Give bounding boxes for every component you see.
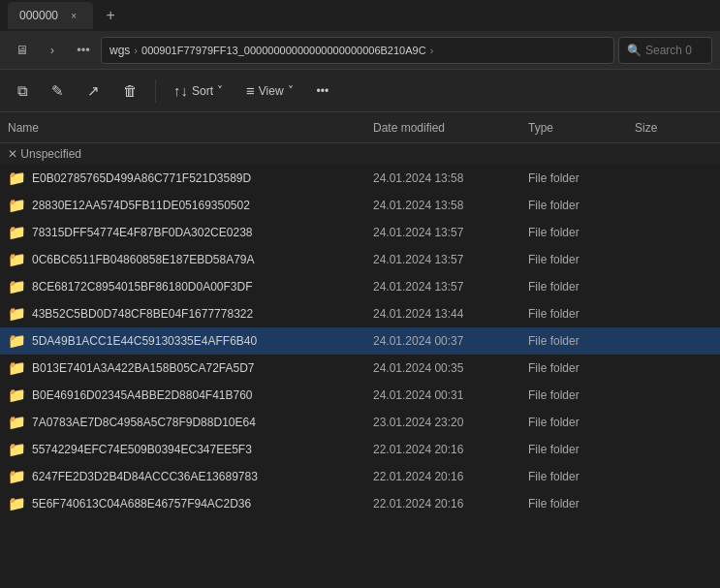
delete-button[interactable]: 🗑 — [113, 76, 147, 107]
list-header: Name Date modified Type Size — [0, 112, 720, 143]
type-cell: File folder — [528, 199, 635, 212]
monitor-icon: 🖥 — [16, 43, 28, 57]
type-cell: File folder — [528, 334, 635, 348]
file-name-text: 28830E12AA574D5FB11DE05169350502 — [32, 199, 250, 212]
sort-icon: ↑↓ — [173, 82, 188, 99]
date-cell: 24.01.2024 13:58 — [373, 171, 528, 185]
header-size[interactable]: Size — [635, 121, 712, 135]
new-tab-button[interactable]: + — [97, 2, 124, 29]
view-button[interactable]: ≡ View ˅ — [236, 76, 303, 107]
address-bar: 🖥 › ••• wgs › 000901F77979FF13_000000000… — [0, 31, 720, 70]
address-path[interactable]: wgs › 000901F77979FF13_00000000000000000… — [101, 37, 614, 64]
file-name-cell: 📁 55742294EFC74E509B0394EC347EE5F3 — [8, 441, 373, 458]
folder-icon: 📁 — [8, 332, 26, 350]
file-name-cell: 📁 E0B02785765D499A86C771F521D3589D — [8, 170, 373, 187]
date-cell: 24.01.2024 13:44 — [373, 307, 528, 321]
table-row[interactable]: 📁 5E6F740613C04A688E46757F94AC2D36 22.01… — [0, 490, 720, 517]
date-cell: 24.01.2024 13:57 — [373, 253, 528, 266]
tab-close-button[interactable]: × — [66, 8, 81, 23]
file-name-cell: 📁 0C6BC6511FB04860858E187EBD58A79A — [8, 251, 373, 268]
table-row[interactable]: 📁 55742294EFC74E509B0394EC347EE5F3 22.01… — [0, 436, 720, 463]
type-cell: File folder — [528, 307, 635, 321]
more-button[interactable]: ••• — [70, 37, 97, 64]
table-row[interactable]: 📁 6247FE2D3D2B4D84ACCC36AE13689783 22.01… — [0, 463, 720, 490]
table-row[interactable]: 📁 0C6BC6511FB04860858E187EBD58A79A 24.01… — [0, 246, 720, 273]
file-name-cell: 📁 7A0783AE7D8C4958A5C78F9D88D10E64 — [8, 414, 373, 431]
table-row[interactable]: 📁 B013E7401A3A422BA158B05CA72FA5D7 24.01… — [0, 355, 720, 382]
copy-button[interactable]: ⧉ — [8, 76, 38, 107]
type-cell: File folder — [528, 416, 635, 429]
file-name-cell: 📁 8CE68172C8954015BF86180D0A00F3DF — [8, 278, 373, 295]
table-row[interactable]: 📁 B0E46916D02345A4BBE2D8804F41B760 24.01… — [0, 382, 720, 409]
folder-icon: 📁 — [8, 468, 26, 485]
file-name-text: 5DA49B1ACC1E44C59130335E4AFF6B40 — [32, 334, 257, 348]
share-icon: ↗ — [87, 82, 100, 100]
table-row[interactable]: 📁 E0B02785765D499A86C771F521D3589D 24.01… — [0, 165, 720, 192]
table-row[interactable]: 📁 43B52C5BD0D748CF8BE04F1677778322 24.01… — [0, 300, 720, 327]
toolbar-separator — [155, 79, 156, 103]
header-date-modified[interactable]: Date modified — [373, 121, 528, 135]
type-cell: File folder — [528, 171, 635, 185]
tab-area: 000000 × + — [8, 0, 124, 31]
table-row[interactable]: 📁 7A0783AE7D8C4958A5C78F9D88D10E64 23.01… — [0, 409, 720, 436]
date-cell: 24.01.2024 00:31 — [373, 388, 528, 402]
date-cell: 22.01.2024 20:16 — [373, 470, 528, 483]
date-cell: 24.01.2024 13:57 — [373, 280, 528, 294]
forward-button[interactable]: › — [39, 37, 66, 64]
rename-icon: ✎ — [51, 82, 64, 100]
search-box[interactable]: 🔍 — [618, 37, 712, 64]
file-name-text: B0E46916D02345A4BBE2D8804F41B760 — [32, 388, 253, 402]
table-row[interactable]: 📁 78315DFF54774E4F87BF0DA302CE0238 24.01… — [0, 219, 720, 246]
file-name-text: 8CE68172C8954015BF86180D0A00F3DF — [32, 280, 253, 294]
file-name-text: 5E6F740613C04A688E46757F94AC2D36 — [32, 497, 251, 511]
table-row[interactable]: 📁 5DA49B1ACC1E44C59130335E4AFF6B40 24.01… — [0, 327, 720, 355]
group-header-label: ✕ Unspecified — [8, 147, 81, 161]
header-name[interactable]: Name — [8, 121, 373, 135]
file-name-cell: 📁 B013E7401A3A422BA158B05CA72FA5D7 — [8, 359, 373, 377]
file-name-text: B013E7401A3A422BA158B05CA72FA5D7 — [32, 361, 255, 375]
search-icon: 🔍 — [627, 44, 642, 57]
more-options-button[interactable]: ••• — [307, 76, 339, 107]
type-cell: File folder — [528, 361, 635, 375]
header-type[interactable]: Type — [528, 121, 635, 135]
back-button[interactable]: 🖥 — [8, 37, 35, 64]
type-cell: File folder — [528, 497, 635, 511]
group-header: ✕ Unspecified — [0, 143, 720, 165]
folder-icon: 📁 — [8, 387, 26, 404]
date-cell: 24.01.2024 00:37 — [373, 334, 528, 348]
file-rows-container: 📁 E0B02785765D499A86C771F521D3589D 24.01… — [0, 165, 720, 517]
file-name-text: 55742294EFC74E509B0394EC347EE5F3 — [32, 443, 252, 456]
folder-icon: 📁 — [8, 495, 26, 512]
file-name-cell: 📁 28830E12AA574D5FB11DE05169350502 — [8, 197, 373, 214]
ellipsis-icon: ••• — [77, 43, 90, 57]
sort-button[interactable]: ↑↓ Sort ˅ — [164, 76, 233, 107]
path-separator-2: › — [430, 45, 434, 56]
share-button[interactable]: ↗ — [78, 76, 110, 107]
search-input[interactable] — [645, 44, 704, 57]
path-separator-1: › — [134, 45, 138, 56]
type-cell: File folder — [528, 470, 635, 483]
rename-button[interactable]: ✎ — [42, 76, 74, 107]
title-bar: 000000 × + — [0, 0, 720, 31]
file-name-text: E0B02785765D499A86C771F521D3589D — [32, 171, 251, 185]
folder-icon: 📁 — [8, 441, 26, 458]
delete-icon: 🗑 — [123, 82, 138, 99]
folder-icon: 📁 — [8, 251, 26, 268]
view-icon: ≡ — [246, 82, 255, 99]
folder-icon: 📁 — [8, 359, 26, 377]
file-name-cell: 📁 78315DFF54774E4F87BF0DA302CE0238 — [8, 224, 373, 241]
active-tab[interactable]: 000000 × — [8, 2, 93, 29]
date-cell: 23.01.2024 23:20 — [373, 416, 528, 429]
more-icon: ••• — [317, 84, 329, 98]
path-segment-folder[interactable]: 000901F77979FF13_00000000000000000000006… — [141, 45, 426, 56]
table-row[interactable]: 📁 8CE68172C8954015BF86180D0A00F3DF 24.01… — [0, 273, 720, 300]
type-cell: File folder — [528, 253, 635, 266]
file-name-cell: 📁 B0E46916D02345A4BBE2D8804F41B760 — [8, 387, 373, 404]
file-name-cell: 📁 5DA49B1ACC1E44C59130335E4AFF6B40 — [8, 332, 373, 350]
toolbar: ⧉ ✎ ↗ 🗑 ↑↓ Sort ˅ ≡ View ˅ ••• — [0, 70, 720, 112]
path-segment-wgs[interactable]: wgs — [110, 44, 130, 57]
sort-chevron-icon: ˅ — [217, 84, 223, 98]
file-name-cell: 📁 6247FE2D3D2B4D84ACCC36AE13689783 — [8, 468, 373, 485]
table-row[interactable]: 📁 28830E12AA574D5FB11DE05169350502 24.01… — [0, 192, 720, 219]
main-content: Name Date modified Type Size ✕ Unspecifi… — [0, 112, 720, 588]
